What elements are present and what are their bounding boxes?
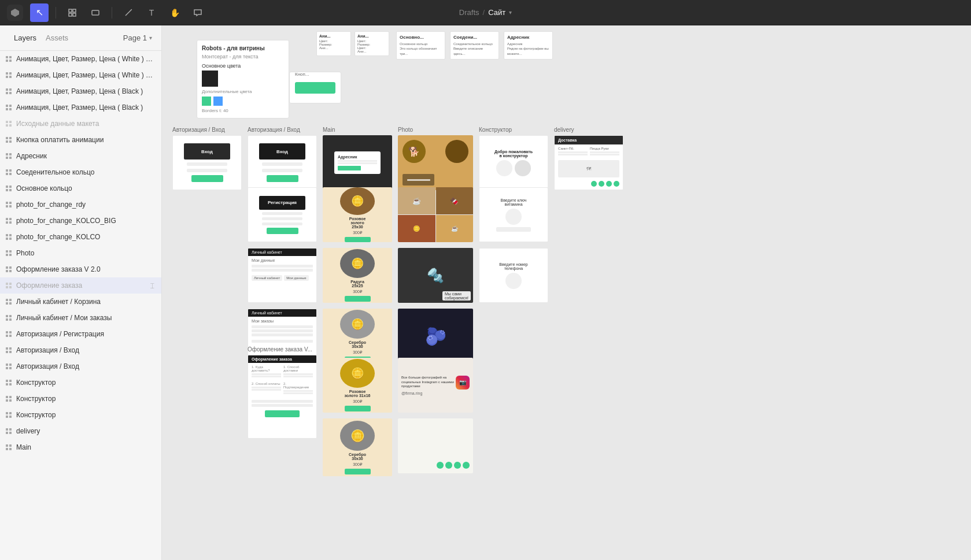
layer-item-2[interactable]: Анимация, Цвет, Размер, Цена ( White ) s… (0, 67, 161, 83)
layer-label-5: Исходные данные макета (16, 120, 154, 128)
svg-rect-96 (9, 416, 12, 418)
select-tool[interactable]: ↖ (30, 3, 49, 22)
layer-item-24[interactable]: delivery (0, 423, 161, 439)
layer-label-25: Main (16, 443, 154, 451)
layer-item-8[interactable]: Соеденительное кольцо (0, 164, 161, 180)
button-panel: Кноп... (289, 72, 341, 103)
layer-label-17: Личный кабинет / Мои заказы (16, 314, 154, 322)
svg-rect-15 (6, 92, 8, 94)
frame-konstructor-1[interactable]: Добро пожаловатьв конструктор (479, 135, 548, 190)
svg-rect-10 (9, 72, 12, 75)
layer-grid-icon (5, 281, 13, 290)
layers-tab[interactable]: Layers (9, 31, 41, 44)
frame-photo[interactable]: 🐕 (398, 135, 473, 190)
layer-grid-icon (5, 87, 13, 95)
svg-rect-44 (9, 205, 12, 207)
svg-rect-98 (9, 428, 12, 431)
frame-avtoriz-vhod-1[interactable]: Вход (172, 135, 242, 190)
frame-checkout[interactable]: Оформление заказа 1. Куда доставить? 1. … (248, 355, 317, 439)
button-label: Кноп... (295, 72, 309, 77)
hand-tool[interactable]: ✋ (165, 3, 184, 22)
svg-rect-24 (9, 124, 12, 127)
layer-item-25[interactable]: Main (0, 439, 161, 455)
pen-tool[interactable] (119, 3, 138, 22)
svg-rect-69 (6, 315, 8, 317)
svg-rect-70 (9, 315, 12, 317)
frame-avtoriz-reg[interactable]: Регистрация (248, 187, 317, 242)
frame-main[interactable]: Адресник (323, 135, 392, 190)
svg-rect-61 (6, 283, 8, 285)
layer-grid-icon (5, 152, 13, 160)
layer-item-16[interactable]: Личный кабинет / Корзина (0, 294, 161, 310)
frame-main-product4[interactable]: 🪙 Розовоезолото 31x16 300₽ (323, 358, 392, 413)
layer-item-3[interactable]: Анимация, Цвет, Размер, Цена ( Black ) (0, 83, 161, 99)
layer-item-21[interactable]: Конструктор (0, 374, 161, 391)
svg-rect-80 (9, 351, 12, 353)
app-logo[interactable] (7, 5, 23, 21)
svg-rect-52 (9, 238, 12, 240)
title-separator: / (483, 8, 485, 17)
spec-panel-soedenit: Соедени... Соединительное кольцо Введите… (450, 31, 499, 60)
comment-tool[interactable] (189, 3, 207, 22)
frame-label-photo: Photo 🐕 (398, 127, 473, 190)
frame-konstructor-2[interactable]: Введите ключвитамина (479, 187, 548, 242)
layer-item-19[interactable]: Авторизация / Вход (0, 342, 161, 358)
layer-grid-icon (5, 427, 13, 435)
frame-main-product1[interactable]: 🪙 Розовоезолото25x30 300₽ (323, 187, 392, 242)
frame-tool[interactable] (63, 3, 82, 22)
layer-label-20: Авторизация / Вход (16, 362, 154, 370)
frame-photo-3[interactable]: 🔩 Мы самисобираемся! (398, 248, 473, 303)
svg-rect-18 (9, 105, 12, 107)
layer-label-1: Анимация, Цвет, Размер, Цена ( White ) s… (16, 55, 154, 63)
layer-item-22[interactable]: Конструктор (0, 391, 161, 407)
frame-label-konstructor: Конструктор Добро пожаловатьв конструкто… (479, 127, 548, 190)
frame-photo-5[interactable]: Все больше фотографий на социальных Inst… (398, 358, 473, 413)
svg-rect-28 (9, 140, 12, 143)
layer-label-15: Оформление заказа (16, 281, 147, 290)
svg-rect-68 (9, 302, 12, 305)
frame-main-product2[interactable]: 🪙 Радуга25x25 300₽ (323, 248, 392, 303)
frame-photo-2[interactable]: ☕ 🍫 🪙 ☕ (398, 187, 473, 242)
svg-rect-36 (9, 173, 12, 175)
layer-label-4: Анимация, Цвет, Размер, Цена ( Black ) (16, 103, 154, 112)
layer-item-20[interactable]: Авторизация / Вход (0, 358, 161, 374)
frame-avtoriz-vhod-2[interactable]: Вход (248, 135, 317, 190)
shape-tool[interactable] (86, 3, 105, 22)
svg-rect-89 (6, 396, 8, 398)
page-chevron[interactable]: ▾ (509, 9, 512, 16)
frame-photo-6[interactable] (398, 418, 473, 473)
layer-item-5[interactable]: Исходные данные макета (0, 116, 161, 132)
page-selector[interactable]: Page 1 ▾ (123, 34, 152, 42)
layer-item-12[interactable]: photo_for_change_KOLCO (0, 229, 161, 245)
layer-item-9[interactable]: Основное кольцо (0, 180, 161, 196)
frame-lichniy-kab[interactable]: Личный кабинет Мои данные Личный кабинет… (248, 248, 317, 303)
svg-rect-11 (6, 76, 8, 78)
layer-item-17[interactable]: Личный кабинет / Мои заказы (0, 310, 161, 326)
assets-tab[interactable]: Assets (41, 31, 73, 44)
layer-item-13[interactable]: Photo (0, 245, 161, 261)
frame-konstructor-3[interactable]: Введите номертелефона (479, 248, 548, 303)
layer-extra-15: ⌶ (150, 282, 154, 289)
frame-main-product3[interactable]: 🪙 Серебро30x30 300₽ (323, 309, 392, 364)
layer-item-15[interactable]: Оформление заказа⌶ (0, 277, 161, 294)
layer-item-6[interactable]: Кнопка оплатить анимации (0, 132, 161, 148)
document-title: Drafts / Сайт ▾ (459, 8, 512, 17)
frame-delivery[interactable]: Доставка Санкт-Пб. Пицца Руки (554, 135, 623, 190)
page-name[interactable]: Сайт (488, 8, 505, 17)
frame-main-product5[interactable]: 🪙 Серебро30x30 300₽ (323, 418, 392, 476)
text-tool[interactable]: T (142, 3, 161, 22)
button-preview: Кноп... (295, 82, 335, 94)
canvas[interactable]: Robots - для витрины Монтсерат - для тек… (162, 25, 971, 560)
svg-rect-99 (6, 432, 8, 434)
layer-item-18[interactable]: Авторизация / Регистрация (0, 326, 161, 342)
layer-item-1[interactable]: Анимация, Цвет, Размер, Цена ( White ) s… (0, 51, 161, 67)
layer-item-10[interactable]: photo_for_change_rdy (0, 196, 161, 213)
layer-item-7[interactable]: Адресник (0, 148, 161, 164)
layer-item-23[interactable]: Конструктор (0, 407, 161, 423)
layer-item-14[interactable]: Оформление заказа V 2.0 (0, 261, 161, 277)
svg-rect-38 (9, 186, 12, 188)
frame-photo-4[interactable]: 🫐 (398, 309, 473, 364)
layer-item-4[interactable]: Анимация, Цвет, Размер, Цена ( Black ) (0, 99, 161, 116)
layer-grid-icon (5, 330, 13, 338)
layer-item-11[interactable]: photo_for_change_KOLCO_BIG (0, 213, 161, 229)
